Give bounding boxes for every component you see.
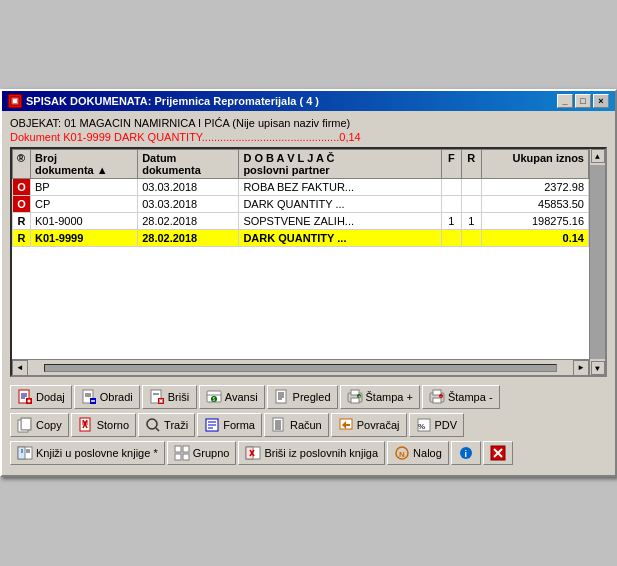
brisi-icon — [149, 389, 165, 405]
title-controls: _ □ × — [557, 94, 609, 108]
scroll-track — [44, 364, 557, 372]
col-header-r: R — [461, 150, 481, 179]
povracaj-label: Povračaj — [357, 419, 400, 431]
storno-label: Storno — [97, 419, 129, 431]
close-red-icon — [490, 445, 506, 461]
racun-label: Račun — [290, 419, 322, 431]
col-r-cell: 1 — [461, 213, 481, 230]
nalog-icon: N — [394, 445, 410, 461]
col-datum-cell: 28.02.2018 — [138, 230, 239, 247]
obradi-label: Obradi — [100, 391, 133, 403]
col-f-cell — [441, 196, 461, 213]
col-broj-cell: CP — [31, 196, 138, 213]
svg-text:i: i — [464, 449, 467, 459]
documents-table: ® Brojdokumenta ▲ Datumdokumenta D O B A… — [12, 149, 589, 247]
pdv-icon: % — [416, 417, 432, 433]
close-button[interactable]: × — [593, 94, 609, 108]
stampa-minus-icon: - — [429, 389, 445, 405]
knjizi-button[interactable]: Knjiži u poslovne knjige * — [10, 441, 165, 465]
pregled-label: Pregled — [293, 391, 331, 403]
table-row[interactable]: RK01-999928.02.2018DARK QUANTITY ...0.14 — [13, 230, 589, 247]
obradi-button[interactable]: Obradi — [74, 385, 140, 409]
table-row[interactable]: RK01-900028.02.2018SOPSTVENE ZALIH...111… — [13, 213, 589, 230]
grupno-label: Grupno — [193, 447, 230, 459]
svg-rect-62 — [18, 447, 25, 459]
col-iznos-cell: 45853.50 — [481, 196, 588, 213]
svg-rect-40 — [22, 419, 30, 429]
toolbar-area: Dodaj Obradi — [10, 385, 607, 465]
svg-rect-68 — [183, 446, 189, 452]
storno-icon — [78, 417, 94, 433]
brisi-label: Briši — [168, 391, 189, 403]
svg-text:N: N — [399, 450, 405, 459]
objekat-line: OBJEKAT: 01 MAGACIN NAMIRNICA I PIĆA (Ni… — [10, 117, 607, 129]
svg-line-47 — [156, 428, 159, 431]
avansi-label: Avansi — [225, 391, 258, 403]
maximize-button[interactable]: □ — [575, 94, 591, 108]
avansi-button[interactable]: $ Avansi — [199, 385, 265, 409]
dodaj-label: Dodaj — [36, 391, 65, 403]
col-type-cell: R — [13, 213, 31, 230]
brisi-knjiga-button[interactable]: Briši iz poslovnih knjiga — [238, 441, 385, 465]
col-f-cell — [441, 179, 461, 196]
copy-button[interactable]: Copy — [10, 413, 69, 437]
scroll-left-btn[interactable]: ◄ — [12, 360, 28, 376]
pdv-button[interactable]: % PDV — [409, 413, 465, 437]
storno-button[interactable]: Storno — [71, 413, 136, 437]
col-header-broj: Brojdokumenta ▲ — [31, 150, 138, 179]
brisi-knjiga-icon — [245, 445, 261, 461]
horizontal-scrollbar[interactable]: ◄ ► — [12, 359, 589, 375]
scroll-right-btn[interactable]: ► — [573, 360, 589, 376]
main-window: SPISAK DOKUMENATA: Prijemnica Repromater… — [0, 89, 617, 477]
col-r-cell — [461, 179, 481, 196]
stampa-plus-icon: + — [347, 389, 363, 405]
trazi-button[interactable]: Traži — [138, 413, 195, 437]
grupno-button[interactable]: Grupno — [167, 441, 237, 465]
toolbar-row-1: Dodaj Obradi — [10, 385, 607, 409]
nalog-button[interactable]: N Nalog — [387, 441, 449, 465]
table-row[interactable]: OCP03.03.2018DARK QUANTITY ...45853.50 — [13, 196, 589, 213]
col-dobavljac-cell: SOPSTVENE ZALIH... — [239, 213, 441, 230]
col-iznos-cell: 2372.98 — [481, 179, 588, 196]
racun-button[interactable]: Račun — [264, 413, 329, 437]
title-bar-left: SPISAK DOKUMENATA: Prijemnica Repromater… — [8, 94, 319, 108]
stampa-minus-label: Štampa - — [448, 391, 493, 403]
close-red-button[interactable] — [483, 441, 513, 465]
toolbar-row-2: Copy Storno — [10, 413, 607, 437]
content-area: OBJEKAT: 01 MAGACIN NAMIRNICA I PIĆA (Ni… — [2, 111, 615, 475]
svg-text:%: % — [418, 422, 425, 431]
povracaj-icon — [338, 417, 354, 433]
scrollbar-up-btn[interactable]: ▲ — [591, 149, 605, 163]
col-header-datum: Datumdokumenta — [138, 150, 239, 179]
pregled-icon — [274, 389, 290, 405]
col-broj-cell: K01-9999 — [31, 230, 138, 247]
pregled-button[interactable]: Pregled — [267, 385, 338, 409]
table-header-row: ® Brojdokumenta ▲ Datumdokumenta D O B A… — [13, 150, 589, 179]
info-icon: i — [458, 445, 474, 461]
stampa-minus-button[interactable]: - Štampa - — [422, 385, 500, 409]
pdv-label: PDV — [435, 419, 458, 431]
col-dobavljac-cell: DARK QUANTITY ... — [239, 196, 441, 213]
col-f-cell: 1 — [441, 213, 461, 230]
stampa-plus-button[interactable]: + Štampa + — [340, 385, 420, 409]
svg-rect-70 — [183, 454, 189, 460]
knjizi-label: Knjiži u poslovne knjige * — [36, 447, 158, 459]
brisi-button[interactable]: Briši — [142, 385, 197, 409]
col-header-type: ® — [13, 150, 31, 179]
svg-point-46 — [147, 419, 157, 429]
forma-button[interactable]: Forma — [197, 413, 262, 437]
info-button[interactable]: i — [451, 441, 481, 465]
povracaj-button[interactable]: Povračaj — [331, 413, 407, 437]
col-iznos-cell: 198275.16 — [481, 213, 588, 230]
col-broj-cell: K01-9000 — [31, 213, 138, 230]
obradi-icon — [81, 389, 97, 405]
minimize-button[interactable]: _ — [557, 94, 573, 108]
svg-rect-1 — [13, 99, 17, 103]
stampa-plus-label: Štampa + — [366, 391, 413, 403]
scrollbar-down-btn[interactable]: ▼ — [591, 361, 605, 375]
title-bar: SPISAK DOKUMENATA: Prijemnica Repromater… — [2, 91, 615, 111]
table-row[interactable]: OBP03.03.2018ROBA BEZ FAKTUR...2372.98 — [13, 179, 589, 196]
col-type-cell: O — [13, 179, 31, 196]
dodaj-button[interactable]: Dodaj — [10, 385, 72, 409]
documents-table-container: ® Brojdokumenta ▲ Datumdokumenta D O B A… — [10, 147, 607, 377]
